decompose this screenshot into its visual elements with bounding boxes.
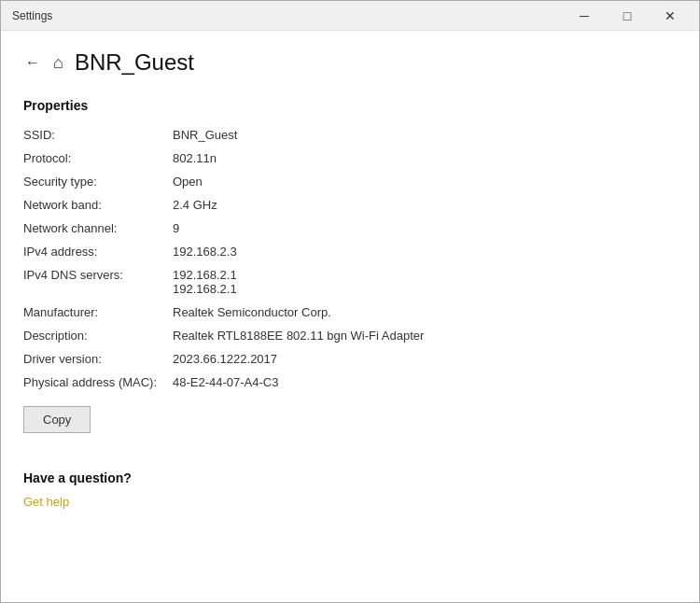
value-description: Realtek RTL8188EE 802.11 bgn Wi-Fi Adapt… — [173, 329, 677, 343]
maximize-button[interactable]: □ — [606, 1, 649, 31]
window-title: Settings — [12, 9, 52, 22]
label-ipv4-address: IPv4 address: — [23, 245, 173, 259]
page-header: ← ⌂ BNR_Guest — [23, 49, 677, 76]
help-section-title: Have a question? — [23, 470, 677, 485]
property-row-network-band: Network band: 2.4 GHz — [23, 198, 677, 212]
property-row-security-type: Security type: Open — [23, 175, 677, 189]
property-row-description: Description: Realtek RTL8188EE 802.11 bg… — [23, 329, 677, 343]
label-mac: Physical address (MAC): — [23, 375, 173, 389]
value-mac: 48-E2-44-07-A4-C3 — [173, 375, 677, 389]
label-network-band: Network band: — [23, 198, 173, 212]
label-driver-version: Driver version: — [23, 352, 173, 366]
close-button[interactable]: ✕ — [649, 1, 692, 31]
value-protocol: 802.11n — [173, 151, 677, 165]
label-description: Description: — [23, 329, 173, 343]
value-ssid: BNR_Guest — [173, 128, 677, 142]
label-network-channel: Network channel: — [23, 221, 173, 235]
title-bar-controls: ─ □ ✕ — [563, 1, 692, 31]
copy-button[interactable]: Copy — [23, 406, 91, 433]
label-security-type: Security type: — [23, 175, 173, 189]
value-ipv4-address: 192.168.2.3 — [173, 245, 677, 259]
get-help-link[interactable]: Get help — [23, 495, 69, 509]
property-row-ssid: SSID: BNR_Guest — [23, 128, 677, 142]
properties-section-title: Properties — [23, 98, 677, 113]
label-manufacturer: Manufacturer: — [23, 305, 173, 319]
minimize-button[interactable]: ─ — [563, 1, 606, 31]
value-security-type: Open — [173, 175, 677, 189]
label-protocol: Protocol: — [23, 151, 173, 165]
title-bar: Settings ─ □ ✕ — [1, 1, 699, 31]
label-ipv4-dns: IPv4 DNS servers: — [23, 268, 173, 282]
value-driver-version: 2023.66.1222.2017 — [173, 352, 677, 366]
main-content: ← ⌂ BNR_Guest Properties SSID: BNR_Guest… — [1, 31, 699, 602]
page-title: BNR_Guest — [75, 49, 194, 76]
value-network-channel: 9 — [173, 221, 677, 235]
property-row-manufacturer: Manufacturer: Realtek Semiconductor Corp… — [23, 305, 677, 319]
properties-section: Properties SSID: BNR_Guest Protocol: 802… — [23, 98, 677, 441]
property-row-mac: Physical address (MAC): 48-E2-44-07-A4-C… — [23, 375, 677, 389]
value-network-band: 2.4 GHz — [173, 198, 677, 212]
property-row-driver-version: Driver version: 2023.66.1222.2017 — [23, 352, 677, 366]
property-row-ipv4-address: IPv4 address: 192.168.2.3 — [23, 245, 677, 259]
property-row-protocol: Protocol: 802.11n — [23, 151, 677, 165]
title-bar-left: Settings — [12, 9, 52, 22]
value-ipv4-dns: 192.168.2.1192.168.2.1 — [173, 268, 677, 296]
label-ssid: SSID: — [23, 128, 173, 142]
value-manufacturer: Realtek Semiconductor Corp. — [173, 305, 677, 319]
back-icon: ← — [25, 54, 40, 71]
help-section: Have a question? Get help — [23, 470, 677, 510]
settings-window: Settings ─ □ ✕ ← ⌂ BNR_Guest Properties … — [0, 0, 700, 603]
property-row-network-channel: Network channel: 9 — [23, 221, 677, 235]
property-row-ipv4-dns: IPv4 DNS servers: 192.168.2.1192.168.2.1 — [23, 268, 677, 296]
back-button[interactable]: ← — [23, 52, 42, 73]
home-icon: ⌂ — [53, 53, 63, 73]
